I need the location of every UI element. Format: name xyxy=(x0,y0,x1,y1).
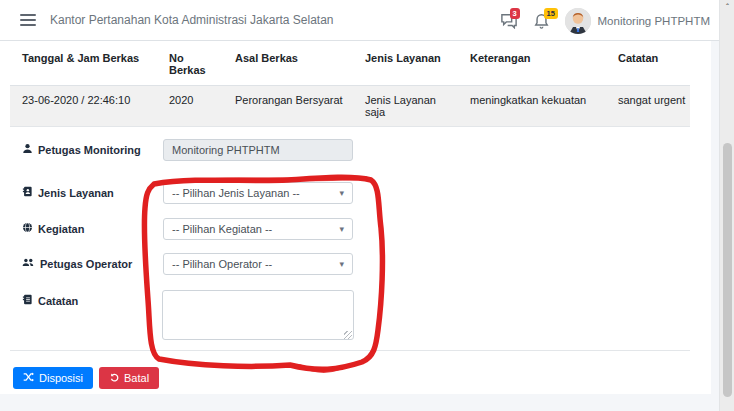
user-icon xyxy=(22,143,33,156)
table-header-row: Tanggal & Jam Berkas No Berkas Asal Berk… xyxy=(10,42,690,86)
page-background-bottom xyxy=(0,394,719,411)
users-icon xyxy=(22,257,35,270)
jenis-layanan-select[interactable]: -- Pilihan Jenis Layanan -- ▾ xyxy=(163,182,353,204)
page-background-strip xyxy=(711,41,719,411)
batal-button[interactable]: Batal xyxy=(99,367,159,389)
kegiatan-selected: -- Pilihan Kegiatan -- xyxy=(172,223,272,235)
scrollbar-thumb[interactable] xyxy=(723,143,732,397)
menu-toggle-icon[interactable] xyxy=(20,11,36,29)
cell-tanggal: 23-06-2020 / 22:46:10 xyxy=(10,86,157,126)
user-name[interactable]: Monitoring PHTPHTM xyxy=(598,15,710,27)
shuffle-icon xyxy=(23,372,34,384)
cell-jenis-layanan: Jenis Layanan saja xyxy=(353,86,458,126)
petugas-monitoring-label-row: Petugas Monitoring xyxy=(22,143,141,156)
jenis-layanan-label-row: Jenis Layanan xyxy=(22,186,114,199)
petugas-operator-label: Petugas Operator xyxy=(40,258,132,270)
catatan-textarea[interactable] xyxy=(162,290,354,340)
jenis-layanan-label: Jenis Layanan xyxy=(38,187,114,199)
divider-bottom xyxy=(10,350,690,351)
col-keterangan: Keterangan xyxy=(458,42,606,85)
chevron-down-icon: ▾ xyxy=(339,259,344,269)
form-actions: Disposisi Batal xyxy=(13,367,159,389)
col-catatan: Catatan xyxy=(606,42,690,85)
vertical-scrollbar[interactable]: ˆ xyxy=(719,0,734,411)
divider-top xyxy=(10,126,690,127)
col-tanggal: Tanggal & Jam Berkas xyxy=(10,42,157,85)
messages-button[interactable]: 3 xyxy=(500,13,518,29)
scrollbar-up-arrow[interactable]: ˆ xyxy=(720,2,734,12)
kegiatan-select[interactable]: -- Pilihan Kegiatan -- ▾ xyxy=(163,218,353,240)
notebook-icon xyxy=(22,294,33,307)
catatan-label-row: Catatan xyxy=(22,294,78,307)
notifications-button[interactable]: 15 xyxy=(534,13,549,29)
top-navbar: Kantor Pertanahan Kota Administrasi Jaka… xyxy=(0,0,719,41)
navbar-right: 3 15 xyxy=(500,0,710,41)
undo-icon xyxy=(109,372,119,384)
chevron-down-icon: ▾ xyxy=(339,224,344,234)
globe-icon xyxy=(22,222,33,235)
disposisi-button-label: Disposisi xyxy=(39,372,83,384)
berkas-table: Tanggal & Jam Berkas No Berkas Asal Berk… xyxy=(10,42,690,127)
petugas-operator-selected: -- Pilihan Operator -- xyxy=(172,258,272,270)
user-avatar[interactable] xyxy=(565,8,591,34)
petugas-operator-select[interactable]: -- Pilihan Operator -- ▾ xyxy=(163,253,353,275)
messages-count-badge: 3 xyxy=(510,8,520,19)
batal-button-label: Batal xyxy=(124,372,149,384)
cell-catatan: sangat urgent xyxy=(606,86,690,126)
kegiatan-label: Kegiatan xyxy=(38,223,84,235)
catatan-label: Catatan xyxy=(38,295,78,307)
cell-asal-berkas: Perorangan Bersyarat xyxy=(223,86,353,126)
cell-no-berkas: 2020 xyxy=(157,86,223,126)
table-row: 23-06-2020 / 22:46:10 2020 Perorangan Be… xyxy=(10,86,690,127)
col-no-berkas: No Berkas xyxy=(157,42,223,85)
petugas-monitoring-label: Petugas Monitoring xyxy=(38,144,141,156)
cell-keterangan: meningkatkan kekuatan xyxy=(458,86,606,126)
col-asal-berkas: Asal Berkas xyxy=(223,42,353,85)
petugas-monitoring-input[interactable]: Monitoring PHTPHTM xyxy=(163,139,353,161)
kegiatan-label-row: Kegiatan xyxy=(22,222,84,235)
app-window: Kantor Pertanahan Kota Administrasi Jaka… xyxy=(0,0,734,411)
notifications-count-badge: 15 xyxy=(544,8,558,19)
petugas-operator-label-row: Petugas Operator xyxy=(22,257,132,270)
jenis-layanan-selected: -- Pilihan Jenis Layanan -- xyxy=(172,187,300,199)
address-book-icon xyxy=(22,186,33,199)
office-title: Kantor Pertanahan Kota Administrasi Jaka… xyxy=(50,13,334,27)
chevron-down-icon: ▾ xyxy=(339,188,344,198)
disposisi-button[interactable]: Disposisi xyxy=(13,367,93,389)
col-jenis-layanan: Jenis Layanan xyxy=(353,42,458,85)
